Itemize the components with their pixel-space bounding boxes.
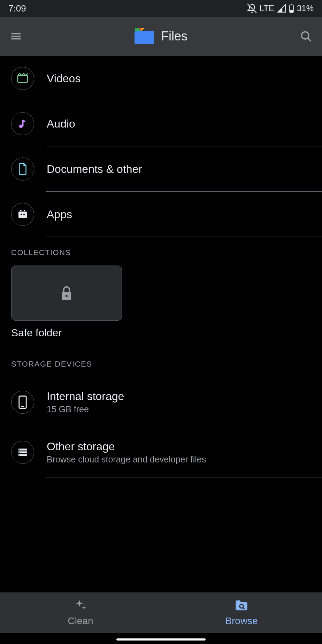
svg-point-19 [66,295,68,297]
nav-browse[interactable]: Browse [161,592,322,633]
collection-title: Safe folder [11,327,122,339]
audio-icon [11,112,34,135]
sparkle-icon [74,599,87,613]
storage-title: Other storage [47,440,206,453]
svg-point-15 [24,210,25,211]
storage-subtitle: Browse cloud storage and developer files [47,454,206,465]
svg-point-8 [301,32,309,39]
search-button[interactable] [298,29,314,44]
category-audio[interactable]: Audio [0,101,322,146]
menu-button[interactable] [8,29,24,44]
category-videos[interactable]: Videos [0,56,322,101]
main-content: Videos Audio Documents & other Apps COLL… [0,56,322,477]
svg-rect-6 [12,38,21,39]
svg-point-16 [21,214,22,215]
category-apps[interactable]: Apps [0,192,322,237]
hamburger-icon [10,30,22,43]
safe-folder-thumb [11,266,122,321]
svg-rect-3 [290,10,293,12]
storage-header: STORAGE DEVICES [0,346,322,377]
status-network: LTE [260,3,274,13]
nav-label: Clean [68,615,93,627]
collections-list: Safe folder [0,266,322,346]
other-storage-row[interactable]: Other storage Browse cloud storage and d… [0,427,322,477]
apps-icon [11,203,34,226]
svg-rect-2 [291,4,292,5]
storage-icon [11,441,34,464]
internal-storage-row[interactable]: Internal storage 15 GB free [0,377,322,427]
category-label: Audio [47,117,75,130]
folder-search-icon [234,599,249,613]
svg-line-9 [308,38,311,41]
app-title: Files [161,29,187,44]
svg-point-14 [20,210,22,211]
dnd-off-icon [247,3,257,13]
category-label: Videos [47,72,80,85]
svg-rect-7 [135,31,154,44]
search-icon [299,30,313,43]
bottom-nav: Clean Browse [0,592,322,633]
battery-icon [289,4,294,13]
svg-point-26 [20,452,20,453]
svg-rect-4 [12,33,21,34]
status-bar: 7:09 LTE 31% [0,0,322,17]
category-label: Apps [47,208,72,221]
nav-label: Browse [225,615,258,627]
svg-line-0 [247,4,256,13]
svg-point-11 [19,125,23,128]
svg-rect-5 [12,36,21,37]
category-documents[interactable]: Documents & other [0,146,322,192]
nav-clean[interactable]: Clean [0,592,161,633]
lock-icon [60,285,74,301]
document-icon [11,158,34,181]
app-title-wrap: Files [24,28,298,44]
collections-header: COLLECTIONS [0,237,322,266]
video-icon [11,67,34,90]
status-battery: 31% [297,3,314,13]
storage-subtitle: 15 GB free [47,404,124,414]
svg-rect-13 [18,212,27,218]
category-label: Documents & other [47,163,142,176]
safe-folder-card[interactable]: Safe folder [11,266,122,339]
app-bar: Files [0,17,322,56]
svg-point-25 [20,449,20,450]
svg-rect-10 [18,76,28,83]
files-logo-icon [135,28,154,44]
status-right: LTE 31% [247,3,314,13]
gesture-bar[interactable] [116,638,206,641]
signal-icon [277,4,286,13]
svg-point-17 [23,214,25,215]
storage-title: Internal storage [47,390,124,403]
svg-point-27 [20,455,20,455]
phone-icon [11,391,34,414]
status-time: 7:09 [8,3,26,14]
